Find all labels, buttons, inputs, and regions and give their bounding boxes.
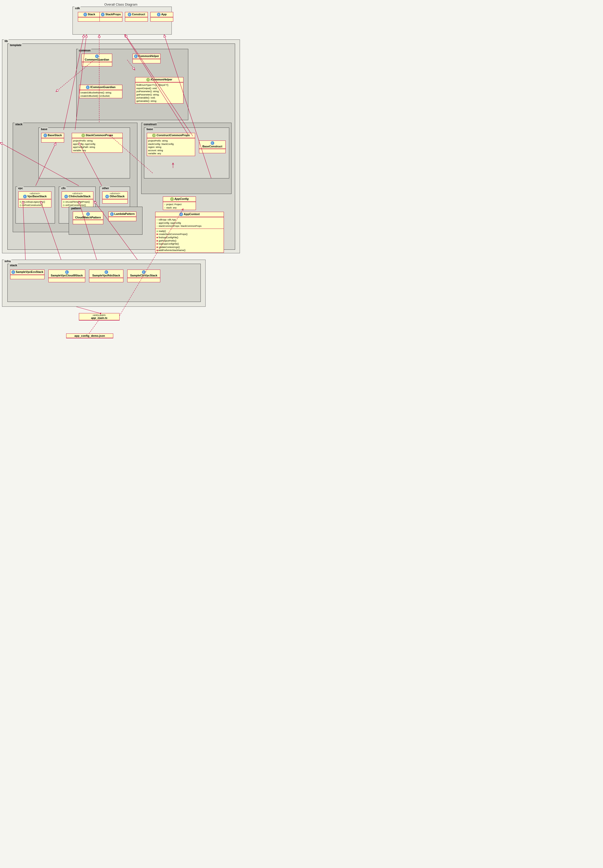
- stereotype-other: «abstract»: [104, 192, 127, 195]
- member-cfn2: ◇ onPostConstructor(): [63, 204, 92, 207]
- member-acx-cscp: ■ createStackCommonProps(): [156, 233, 223, 236]
- member-vpc2: ◇ onPostConstructor(): [20, 204, 50, 207]
- member-ac-proj: ○ project: Project: [164, 203, 195, 206]
- member-putParameter: putParameter(): string;: [136, 90, 182, 93]
- icon-c-Construct: C: [128, 13, 131, 16]
- lib-label: lib: [4, 39, 9, 42]
- lib-box: lib template common C CommonGuardian: [2, 39, 240, 253]
- class-CommonGuardian: C CommonGuardian: [82, 54, 112, 67]
- icon-i-ICH: I: [146, 78, 150, 82]
- member-findEnumType: findEnumType<T>(): T[keyof T];: [136, 84, 182, 87]
- icon-c-SCVS: C: [142, 270, 145, 274]
- icon-c-SVRS: C: [105, 270, 108, 274]
- member-ccp-v: variable: any: [148, 152, 194, 155]
- class-SampleVpcCloud9Stack: C SampleVpcCloud9Stack: [48, 269, 85, 282]
- other-label: other: [101, 187, 110, 190]
- class-App: C App: [150, 12, 173, 22]
- icon-c-OS: C: [105, 195, 109, 198]
- vpc-label: vpc: [17, 187, 24, 190]
- stereotype-vpc: «abstract»: [20, 192, 50, 195]
- base-stack-box: base C BaseStack I Stack: [39, 127, 130, 178]
- icon-c-BS: C: [43, 134, 47, 137]
- member-acx-gpp: ■ getProjectPrefix(): [156, 239, 223, 243]
- icon-c-ACX: C: [179, 212, 183, 216]
- svg-line-19: [76, 307, 99, 313]
- member-vpc1: ◇ onLookupLegacyVpc(): [20, 200, 50, 204]
- class-SampleVpcEcsStack: C SampleVpcEcsStack: [10, 269, 45, 279]
- member-ccp-sc: stackConfig: StackConfig: [148, 142, 194, 146]
- member-getParameter: getParameter(): string;: [136, 93, 182, 96]
- member-acx-scp: ○ stackCommonProps: StackCommonProps: [156, 224, 223, 228]
- member-createS3B: createS3Bucket(): s3.Bucket;: [80, 94, 121, 98]
- template-label: template: [9, 43, 22, 46]
- member-acx-apism: ■ addPrefixIntoStackName(): [156, 249, 223, 252]
- class-VpcBaseStack: «abstract» C VpcBaseStack ◇ onLookupLega…: [18, 192, 51, 207]
- icon-c-SVC9S: C: [65, 270, 69, 274]
- member-cfn1: ◇ onLoadTemplateProps(): [63, 200, 92, 204]
- construct-box: construct base I ConstructCommonProps pr…: [141, 123, 232, 194]
- icon-c-CG: C: [95, 54, 99, 58]
- class-Stack: C Stack: [78, 12, 101, 22]
- icon-c-CH: C: [134, 54, 138, 58]
- infra-box: infra stack C SampleVpcEcsStack C Sample…: [2, 260, 206, 307]
- member-acx-lacf: ■ loadAppConfigFile(): [156, 242, 223, 246]
- base-construct-label: base: [146, 127, 154, 131]
- class-Construct: C Construct: [125, 12, 148, 22]
- stack-label: stack: [14, 123, 23, 126]
- infra-stack-box: stack C SampleVpcEcsStack C SampleVpcClo…: [8, 264, 201, 302]
- common-label: common: [78, 49, 91, 52]
- member-scp-v: variable: any: [73, 149, 121, 152]
- class-app-config: app_config_demo.json: [66, 333, 113, 338]
- icon-c-CIS: C: [64, 195, 68, 198]
- class-ICommonHelper: I ICommonHelper findEnumType<T>(): T[key…: [135, 77, 184, 104]
- member-exportOutput: exportOutput(): void;: [136, 87, 182, 90]
- member-acx-facf: ■ findAppConfigFile(): [156, 236, 223, 239]
- class-CfnIncludeStack: «abstract» C CfnIncludeStack ◇ onLoadTem…: [62, 192, 93, 207]
- class-LambdaPattern: C LambdaPattern: [108, 212, 136, 221]
- icon-c-LP: C: [110, 212, 114, 216]
- icon-c-SVES: C: [11, 270, 15, 274]
- member-scp-ac: appConfig: AppConfig: [73, 142, 121, 146]
- icon-c-ICG: C: [86, 85, 90, 89]
- icon-c-VBS: C: [23, 195, 27, 198]
- member-putVariable: putVariable(): void;: [136, 96, 182, 99]
- class-ConstructCommonProps: I ConstructCommonProps projectPrefix: st…: [147, 133, 195, 156]
- class-AppContext: C AppContext ○ cdkApp: cdk.App ○ appConf…: [155, 212, 224, 253]
- member-createS3BN: createS3BucketName(): string;: [80, 91, 121, 94]
- cdk-label: cdk: [74, 7, 80, 10]
- stereotype-cfn: «abstract»: [63, 192, 92, 195]
- icon-c-Stack: C: [83, 13, 87, 16]
- cdk-box: cdk C Stack C StackProps C Construct: [73, 7, 172, 35]
- icon-c-StackProps: C: [101, 13, 105, 16]
- class-app-main: «entry-point» app_main.ts: [79, 313, 120, 320]
- pattern-label: pattern: [71, 207, 81, 210]
- infra-label: infra: [4, 260, 11, 263]
- class-OtherStack: «abstract» C OtherStack: [102, 192, 128, 204]
- icon-c-BC: C: [211, 141, 214, 145]
- class-ICommonGuardian: C ICommonGuardian createS3BucketName(): …: [79, 85, 122, 98]
- pattern-box: pattern C CloudWatchPattern C LambdaPatt…: [69, 207, 142, 235]
- member-scp-acp: appConfigPath: string: [73, 145, 121, 149]
- class-SampleCfnVpcStack: C SampleCfnVpcStack: [127, 269, 160, 282]
- member-ccp-r: region: string: [148, 145, 194, 149]
- class-AppConfig: I AppConfig ○ project: Project ○ stack: …: [163, 196, 196, 210]
- member-ac-stack: ○ stack: any: [164, 206, 195, 209]
- diagram-container: Overall Class Diagram cdk C Stack C Stac…: [0, 0, 242, 343]
- class-SampleVpcRdsStack: C SampleVpcRdsStack: [89, 269, 124, 282]
- construct-label: construct: [143, 123, 157, 126]
- member-acx-cdkapp: ○ cdkApp: cdk.App: [156, 218, 223, 221]
- infra-stack-label: stack: [9, 264, 18, 267]
- common-box: common C CommonGuardian C CommonHelper: [76, 49, 188, 120]
- class-StackCommonProps: I StackCommonProps projectPrefix: string…: [72, 133, 123, 153]
- member-ccp-pp: projectPrefix: string: [148, 139, 194, 142]
- class-StackProps: C StackProps: [99, 12, 122, 22]
- class-CloudWatchPattern: C CloudWatchPattern: [73, 212, 103, 224]
- member-acx-uca: ■ updateContextArgs(): [156, 246, 223, 249]
- member-scp-pp: projectPrefix: string: [73, 139, 121, 142]
- base-construct-box: base I ConstructCommonProps projectPrefi…: [144, 127, 229, 178]
- member-ccp-a: account: string: [148, 149, 194, 152]
- icon-i-AC: I: [170, 197, 174, 201]
- member-getVariable: getVariable(): string;: [136, 99, 182, 103]
- class-BaseStack: C BaseStack: [41, 133, 64, 142]
- base-stack-label: base: [40, 127, 48, 131]
